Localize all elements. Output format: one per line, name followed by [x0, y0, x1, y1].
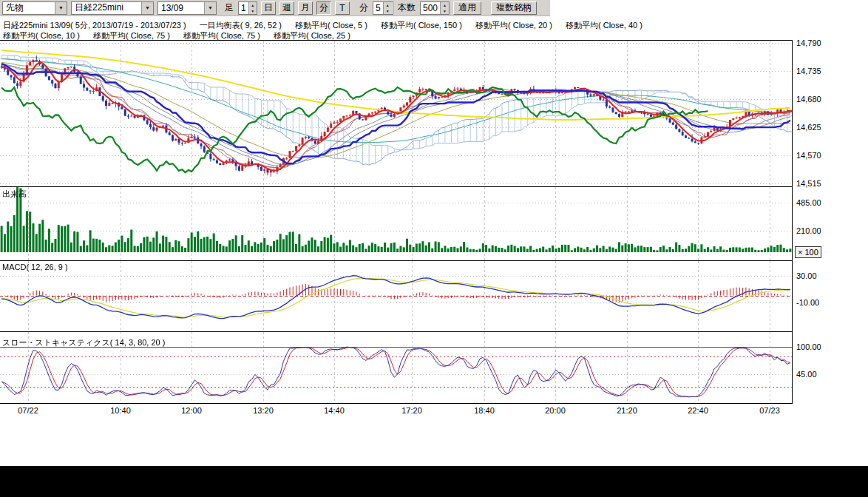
y-axis-tick: 14,735: [796, 67, 821, 75]
bar-count-stepper[interactable]: 500 ▲ ▼: [420, 1, 450, 15]
spin-up-icon[interactable]: ▲: [441, 2, 449, 8]
contract-select[interactable]: 13/09 ▼: [157, 1, 217, 15]
y-axis-tick: 485.00: [796, 198, 821, 207]
period-button-week[interactable]: 週: [279, 1, 294, 15]
minute-stepper[interactable]: 5 ▲ ▼: [373, 1, 393, 15]
spin-down-icon[interactable]: ▼: [441, 8, 449, 14]
x-axis-label: 20:00: [538, 406, 572, 415]
spinner-arrows: ▲ ▼: [440, 2, 449, 14]
y-axis-tick: 100.00: [796, 342, 821, 351]
multi-symbol-button[interactable]: 複数銘柄: [491, 1, 537, 15]
y-axis-tick: 45.00: [796, 370, 817, 379]
macd-chart-canvas[interactable]: [0, 261, 792, 331]
panel-divider: [0, 186, 792, 187]
spin-up-icon[interactable]: ▲: [384, 2, 392, 8]
volume-panel-label: 出来高: [2, 189, 27, 200]
price-chart-canvas[interactable]: [0, 41, 792, 186]
spin-down-icon[interactable]: ▼: [384, 8, 392, 14]
indicator-label: 移動平均( Close, 75 ): [93, 31, 170, 40]
indicator-label: 移動平均( Close, 10 ): [3, 31, 80, 40]
x-axis-label: 17:20: [395, 406, 429, 415]
y-axis-tick: -10.00: [796, 298, 819, 307]
indicator-label: 一目均衡表( 9, 26, 52 ): [200, 21, 282, 30]
indicator-label: 移動平均( Close, 20 ): [475, 21, 552, 30]
spinner-arrows: ▲ ▼: [383, 2, 392, 14]
contract-select-value: 13/09: [158, 3, 204, 13]
x-axis-label: 18:40: [467, 406, 501, 415]
indicator-label: 移動平均( Close, 150 ): [381, 21, 462, 30]
chevron-down-icon[interactable]: ▼: [141, 2, 153, 14]
y-axis-tick: 210.00: [796, 226, 821, 235]
market-select-value: 先物: [3, 1, 55, 14]
toolbar: 先物 ▼ 日経225mini ▼ 13/09 ▼ 足 1 ▲ ▼ 日 週 月 分…: [0, 0, 550, 16]
chart-title: 日経225mini 13/09( 5分, 2013/07/19 - 2013/0…: [3, 21, 186, 30]
x-axis-label: 07/22: [11, 406, 45, 415]
spin-up-icon[interactable]: ▲: [249, 2, 257, 8]
symbol-select-value: 日経225mini: [72, 1, 141, 14]
minute-label: 分: [359, 1, 368, 14]
bar-unit-value[interactable]: 1: [239, 2, 248, 14]
volume-multiplier-badge: × 100: [795, 246, 821, 258]
x-axis-label: 13:20: [246, 406, 280, 415]
panel-divider: [0, 331, 792, 332]
bottom-black-strip: [0, 466, 868, 497]
indicator-label: 移動平均( Close, 40 ): [566, 21, 642, 30]
y-axis-tick: 30.00: [796, 271, 817, 280]
y-axis-tick: 14,790: [796, 38, 821, 47]
y-axis-tick: 14,570: [796, 151, 821, 160]
symbol-select[interactable]: 日経225mini ▼: [71, 1, 154, 15]
spinner-arrows: ▲ ▼: [248, 2, 257, 14]
x-axis-label: 10:40: [104, 406, 138, 415]
period-button-minute[interactable]: 分: [316, 1, 331, 15]
y-axis-tick: 14,515: [796, 179, 821, 188]
y-axis-line: [792, 40, 793, 404]
x-axis-label: 07/23: [753, 406, 787, 415]
x-axis-label: 12:00: [174, 406, 208, 415]
stoch-panel-label: スロー・ストキャスティクス( 14, 3, 80, 20 ): [2, 337, 165, 348]
bar-count-value[interactable]: 500: [421, 2, 440, 14]
indicator-label: 移動平均( Close, 75 ): [183, 31, 260, 40]
chevron-down-icon[interactable]: ▼: [55, 2, 67, 14]
y-axis-tick: 14,680: [796, 95, 821, 104]
x-axis-label: 14:40: [317, 406, 351, 415]
y-axis-tick: 14,625: [796, 123, 821, 132]
volume-chart-canvas[interactable]: [0, 187, 792, 260]
indicator-header-row1: 日経225mini 13/09( 5分, 2013/07/19 - 2013/0…: [3, 20, 654, 31]
x-axis-line: [0, 403, 792, 404]
market-select[interactable]: 先物 ▼: [2, 1, 67, 15]
chevron-down-icon[interactable]: ▼: [204, 2, 216, 14]
indicator-label: 移動平均( Close, 25 ): [274, 31, 350, 40]
macd-panel-label: MACD( 12, 26, 9 ): [2, 263, 68, 271]
panel-divider: [0, 260, 792, 261]
x-axis-label: 22:40: [681, 406, 715, 415]
indicator-label: 移動平均( Close, 5 ): [295, 21, 367, 30]
bar-type-label: 足: [225, 1, 234, 14]
panel-divider: [0, 40, 792, 41]
minute-value[interactable]: 5: [373, 2, 383, 14]
apply-button[interactable]: 適用: [453, 1, 481, 15]
period-button-month[interactable]: 月: [298, 1, 313, 15]
bar-unit-stepper[interactable]: 1 ▲ ▼: [238, 1, 257, 15]
x-axis-label: 21:20: [610, 406, 644, 415]
bar-count-label: 本数: [398, 1, 416, 14]
spin-down-icon[interactable]: ▼: [249, 8, 257, 14]
period-button-day[interactable]: 日: [261, 1, 276, 15]
period-button-tick[interactable]: T: [335, 1, 350, 15]
